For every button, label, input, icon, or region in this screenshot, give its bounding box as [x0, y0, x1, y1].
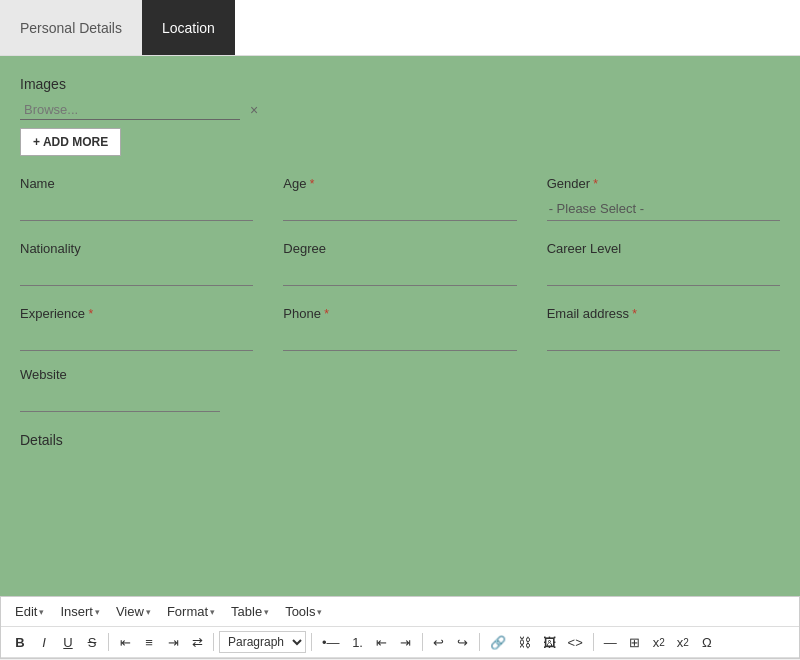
tab-location[interactable]: Location — [142, 0, 235, 55]
menu-tools[interactable]: Tools▾ — [279, 601, 328, 622]
special-char-button[interactable]: Ω — [696, 631, 718, 653]
tab-personal-details[interactable]: Personal Details — [0, 0, 142, 55]
main-content: Images × + ADD MORE Name Age * Gender * … — [0, 56, 800, 596]
name-label: Name — [20, 176, 253, 191]
email-required-star: * — [629, 307, 637, 321]
subscript-button[interactable]: x2 — [672, 631, 694, 653]
field-degree: Degree — [283, 241, 516, 286]
unordered-list-button[interactable]: •— — [317, 631, 345, 653]
browse-row: × — [20, 100, 780, 120]
degree-input[interactable] — [283, 262, 516, 286]
italic-button[interactable]: I — [33, 631, 55, 653]
website-label: Website — [20, 367, 780, 382]
gender-label: Gender * — [547, 176, 780, 191]
align-justify-button[interactable]: ⇄ — [186, 631, 208, 653]
separator-3 — [311, 633, 312, 651]
editor-wrapper: Edit▾ Insert▾ View▾ Format▾ Table▾ Tools… — [0, 596, 800, 659]
tab-bar: Personal Details Location — [0, 0, 800, 56]
field-experience: Experience * — [20, 306, 253, 351]
website-input[interactable] — [20, 388, 220, 412]
align-center-button[interactable]: ≡ — [138, 631, 160, 653]
separator-4 — [422, 633, 423, 651]
images-label: Images — [20, 76, 780, 92]
menu-insert[interactable]: Insert▾ — [54, 601, 106, 622]
strikethrough-button[interactable]: S — [81, 631, 103, 653]
field-email: Email address * — [547, 306, 780, 351]
superscript-button[interactable]: x2 — [648, 631, 670, 653]
nationality-input[interactable] — [20, 262, 253, 286]
phone-required-star: * — [321, 307, 329, 321]
details-label: Details — [20, 432, 780, 448]
email-input[interactable] — [547, 327, 780, 351]
field-phone: Phone * — [283, 306, 516, 351]
menu-view[interactable]: View▾ — [110, 601, 157, 622]
career-level-input[interactable] — [547, 262, 780, 286]
code-button[interactable]: <> — [563, 631, 588, 653]
editor-toolbar-menus: Edit▾ Insert▾ View▾ Format▾ Table▾ Tools… — [1, 597, 799, 627]
separator-6 — [593, 633, 594, 651]
tools-chevron: ▾ — [317, 607, 322, 617]
format-chevron: ▾ — [210, 607, 215, 617]
edit-chevron: ▾ — [39, 607, 44, 617]
age-required-star: * — [306, 177, 314, 191]
phone-input[interactable] — [283, 327, 516, 351]
add-more-button[interactable]: + ADD MORE — [20, 128, 121, 156]
indent-button[interactable]: ⇥ — [395, 631, 417, 653]
career-level-label: Career Level — [547, 241, 780, 256]
insert-chevron: ▾ — [95, 607, 100, 617]
outdent-button[interactable]: ⇤ — [371, 631, 393, 653]
name-input[interactable] — [20, 197, 253, 221]
experience-label: Experience * — [20, 306, 253, 321]
age-label: Age * — [283, 176, 516, 191]
nationality-label: Nationality — [20, 241, 253, 256]
menu-table[interactable]: Table▾ — [225, 601, 275, 622]
field-nationality: Nationality — [20, 241, 253, 286]
gender-required-star: * — [590, 177, 598, 191]
phone-label: Phone * — [283, 306, 516, 321]
experience-input[interactable] — [20, 327, 253, 351]
details-section: Details — [20, 428, 780, 448]
email-label: Email address * — [547, 306, 780, 321]
align-right-button[interactable]: ⇥ — [162, 631, 184, 653]
age-input[interactable] — [283, 197, 516, 221]
separator-1 — [108, 633, 109, 651]
fields-grid: Name Age * Gender * - Please Select - Ma… — [20, 176, 780, 351]
field-name: Name — [20, 176, 253, 221]
browse-input[interactable] — [20, 100, 240, 120]
separator-2 — [213, 633, 214, 651]
link-button[interactable]: 🔗 — [485, 631, 511, 653]
menu-format[interactable]: Format▾ — [161, 601, 221, 622]
clear-browse-button[interactable]: × — [246, 102, 262, 118]
experience-required-star: * — [85, 307, 93, 321]
editor-toolbar-format: B I U S ⇤ ≡ ⇥ ⇄ Paragraph Heading 1 Head… — [1, 627, 799, 658]
hr-button[interactable]: — — [599, 631, 622, 653]
ordered-list-button[interactable]: 1. — [347, 631, 369, 653]
gender-select[interactable]: - Please Select - Male Female — [547, 197, 780, 221]
separator-5 — [479, 633, 480, 651]
unlink-button[interactable]: ⛓ — [513, 631, 536, 653]
redo-button[interactable]: ↪ — [452, 631, 474, 653]
underline-button[interactable]: U — [57, 631, 79, 653]
website-section: Website — [20, 367, 780, 412]
undo-button[interactable]: ↩ — [428, 631, 450, 653]
field-gender: Gender * - Please Select - Male Female — [547, 176, 780, 221]
image-button[interactable]: 🖼 — [538, 631, 561, 653]
table-insert-button[interactable]: ⊞ — [624, 631, 646, 653]
images-section: Images × + ADD MORE — [20, 76, 780, 156]
paragraph-select[interactable]: Paragraph Heading 1 Heading 2 Heading 3 — [219, 631, 306, 653]
align-left-button[interactable]: ⇤ — [114, 631, 136, 653]
menu-edit[interactable]: Edit▾ — [9, 601, 50, 622]
bold-button[interactable]: B — [9, 631, 31, 653]
degree-label: Degree — [283, 241, 516, 256]
field-career-level: Career Level — [547, 241, 780, 286]
view-chevron: ▾ — [146, 607, 151, 617]
field-age: Age * — [283, 176, 516, 221]
table-chevron: ▾ — [264, 607, 269, 617]
